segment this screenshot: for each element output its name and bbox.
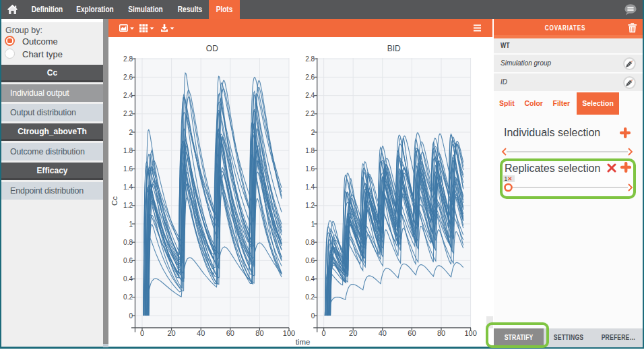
svg-text:2.8: 2.8 (123, 55, 133, 63)
svg-text:0.2: 0.2 (123, 293, 133, 301)
svg-text:0: 0 (140, 329, 144, 337)
svg-text:1.8: 1.8 (123, 147, 133, 154)
svg-text:time: time (296, 338, 311, 346)
svg-text:60: 60 (408, 329, 416, 337)
svg-text:1.4: 1.4 (305, 183, 315, 191)
svg-text:1.6: 1.6 (305, 165, 315, 173)
svg-text:1.6: 1.6 (123, 165, 133, 173)
svg-text:0.4: 0.4 (123, 275, 133, 283)
svg-text:0.6: 0.6 (305, 257, 315, 264)
svg-text:40: 40 (379, 329, 387, 337)
svg-text:80: 80 (437, 329, 445, 337)
svg-text:2.6: 2.6 (305, 74, 315, 81)
svg-text:1: 1 (311, 221, 315, 228)
svg-text:0.2: 0.2 (305, 293, 315, 301)
svg-text:100: 100 (464, 329, 476, 337)
svg-text:0: 0 (129, 312, 133, 320)
svg-text:2: 2 (129, 129, 133, 136)
svg-text:0: 0 (311, 312, 315, 320)
svg-text:1: 1 (129, 221, 133, 228)
svg-text:80: 80 (255, 329, 263, 337)
svg-text:Cc: Cc (110, 196, 119, 206)
svg-text:1.2: 1.2 (123, 202, 133, 209)
svg-text:OD: OD (206, 44, 218, 53)
svg-text:2.8: 2.8 (305, 55, 315, 63)
svg-text:2.6: 2.6 (123, 74, 133, 81)
svg-text:1.4: 1.4 (123, 183, 133, 191)
svg-text:40: 40 (197, 329, 205, 337)
svg-text:0.6: 0.6 (123, 257, 133, 264)
svg-text:20: 20 (167, 329, 175, 337)
svg-text:1.8: 1.8 (305, 147, 315, 154)
svg-text:BID: BID (387, 44, 401, 53)
svg-text:0: 0 (322, 329, 326, 337)
svg-text:1.2: 1.2 (305, 202, 315, 209)
svg-text:100: 100 (283, 329, 295, 337)
svg-text:0.8: 0.8 (305, 239, 315, 246)
svg-text:0.4: 0.4 (305, 275, 315, 283)
svg-text:20: 20 (349, 329, 357, 337)
svg-text:0.8: 0.8 (123, 239, 133, 246)
svg-text:2: 2 (311, 129, 315, 136)
svg-text:60: 60 (226, 329, 234, 337)
